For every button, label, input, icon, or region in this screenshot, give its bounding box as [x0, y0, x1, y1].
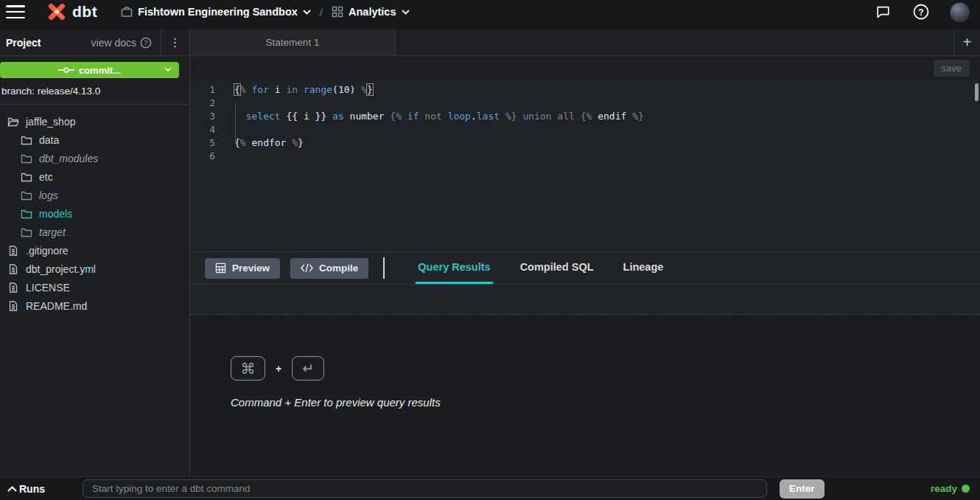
tab-statement-1[interactable]: Statement 1	[190, 29, 396, 55]
tree-item-label: logs	[39, 190, 58, 201]
file-icon	[7, 264, 19, 274]
dbt-logo-icon	[46, 1, 68, 23]
dbt-logo-text: dbt	[72, 3, 97, 21]
line-number: 1	[190, 83, 215, 97]
tree-item-label: README.md	[26, 300, 87, 312]
code-editor[interactable]: 1{% for i in range(10) %}23 select {{ i …	[190, 80, 980, 252]
preview-button[interactable]: Preview	[205, 258, 280, 279]
save-button[interactable]: save	[934, 60, 970, 77]
plus-separator: +	[276, 363, 281, 375]
hamburger-menu-icon[interactable]	[6, 5, 25, 18]
results-tab-compiled-sql[interactable]: Compiled SQL	[518, 252, 596, 284]
editor-toolbar: save	[190, 56, 980, 80]
code-line-1[interactable]: 1{% for i in range(10) %}	[190, 83, 980, 97]
tree-item-readme-md[interactable]: README.md	[0, 296, 189, 315]
results-tab-query-results[interactable]: Query Results	[416, 252, 492, 284]
results-toolbar: Preview Compile Query ResultsCompiled SQ…	[190, 252, 980, 285]
code-text	[215, 150, 234, 163]
user-avatar[interactable]	[950, 2, 970, 22]
project-switcher[interactable]: Analytics	[332, 6, 409, 18]
folder-icon	[21, 190, 32, 201]
tree-item-label: data	[39, 134, 59, 146]
code-line-3[interactable]: 3 select {{ i }} as number {% if not loo…	[190, 110, 980, 123]
dbt-command-input[interactable]	[83, 479, 767, 498]
code-text	[215, 97, 234, 110]
help-circle-icon: ?	[140, 37, 152, 49]
tree-item-logs[interactable]: logs	[0, 186, 189, 204]
indent-guide	[235, 103, 236, 143]
status-dot	[962, 485, 970, 493]
tree-item-dbt-project-yml[interactable]: dbt_project.yml	[0, 260, 189, 278]
line-number: 4	[190, 123, 215, 136]
tree-item-jaffle-shop[interactable]: jaffle_shop	[0, 112, 189, 131]
code-line-5[interactable]: 5{% endfor %}	[190, 136, 980, 150]
tree-item-target[interactable]: target	[0, 223, 189, 241]
feedback-chat-button[interactable]	[875, 4, 891, 19]
folder-icon	[21, 172, 32, 182]
code-line-4[interactable]: 4	[190, 123, 980, 136]
folder-icon	[21, 135, 32, 145]
editor-scrollbar[interactable]	[975, 83, 979, 101]
tree-item-label: target	[39, 226, 66, 238]
runs-toggle[interactable]: Runs	[0, 483, 83, 495]
code-line-6[interactable]: 6	[190, 150, 980, 163]
file-tree: jaffle_shopdatadbt_modulesetclogsmodelst…	[0, 105, 189, 476]
results-tab-lineage[interactable]: Lineage	[621, 252, 666, 284]
enter-button[interactable]: Enter	[780, 479, 825, 499]
results-subheader	[190, 285, 980, 315]
file-icon	[7, 301, 19, 311]
chevron-down-icon	[402, 10, 410, 15]
dbt-cloud-ide: dbt Fishtown Engineering Sandbox / Analy…	[0, 0, 980, 500]
folder-icon	[21, 153, 32, 164]
sidebar-header: Project view docs ? ⋮	[0, 29, 189, 56]
sidebar-menu-kebab-icon[interactable]: ⋮	[161, 35, 189, 49]
compile-button[interactable]: Compile	[290, 258, 368, 279]
commit-button[interactable]: commit...	[0, 62, 179, 78]
command-footer: Runs Enter ready	[0, 476, 980, 500]
line-number: 6	[190, 150, 215, 163]
tree-item-label: .gitignore	[26, 245, 69, 257]
branch-label: branch: release/4.13.0	[0, 78, 189, 105]
enter-key-icon: ↵	[292, 356, 324, 381]
account-switcher[interactable]: Fishtown Engineering Sandbox	[121, 6, 311, 18]
folder-open-icon	[7, 117, 19, 127]
account-name: Fishtown Engineering Sandbox	[138, 6, 298, 18]
tree-item-etc[interactable]: etc	[0, 167, 189, 186]
file-icon	[7, 282, 19, 293]
results-content: ⌘ + ↵ Command + Enter to preview query r…	[190, 315, 980, 476]
chevron-down-icon[interactable]	[164, 67, 172, 72]
folder-icon	[21, 209, 32, 219]
code-line-2[interactable]: 2	[190, 97, 980, 110]
tree-item--gitignore[interactable]: .gitignore	[0, 241, 189, 260]
folder-icon	[21, 227, 32, 237]
shortcut-keys: ⌘ + ↵	[231, 356, 980, 381]
tree-item-label: LICENSE	[26, 282, 70, 294]
file-icon	[7, 301, 19, 311]
view-docs-link[interactable]: view docs ?	[91, 37, 161, 49]
new-tab-button[interactable]: +	[953, 29, 980, 55]
top-bar: dbt Fishtown Engineering Sandbox / Analy…	[0, 0, 980, 29]
tree-item-data[interactable]: data	[0, 131, 189, 149]
help-button[interactable]: ?	[913, 4, 929, 20]
code-text: {% endfor %}	[215, 136, 304, 150]
tree-item-dbt-modules[interactable]: dbt_modules	[0, 149, 189, 167]
svg-text:?: ?	[144, 39, 147, 46]
project-name: Analytics	[349, 6, 396, 18]
folder-icon	[21, 190, 32, 201]
briefcase-icon	[121, 6, 133, 18]
tree-item-license[interactable]: LICENSE	[0, 278, 189, 296]
chevron-down-icon	[303, 10, 311, 15]
code-text: select {{ i }} as number {% if not loop.…	[215, 110, 644, 123]
sidebar-title: Project	[6, 37, 41, 49]
code-icon	[301, 263, 313, 273]
git-commit-icon	[58, 66, 74, 74]
status-indicator: ready	[931, 483, 980, 494]
svg-text:?: ?	[918, 7, 923, 18]
folder-icon	[21, 153, 32, 164]
tree-item-label: etc	[39, 171, 53, 183]
breadcrumb-separator: /	[320, 6, 323, 18]
file-icon	[7, 282, 19, 293]
tree-item-models[interactable]: models	[0, 204, 189, 223]
tree-item-label: models	[39, 208, 72, 220]
line-number: 3	[190, 110, 215, 123]
